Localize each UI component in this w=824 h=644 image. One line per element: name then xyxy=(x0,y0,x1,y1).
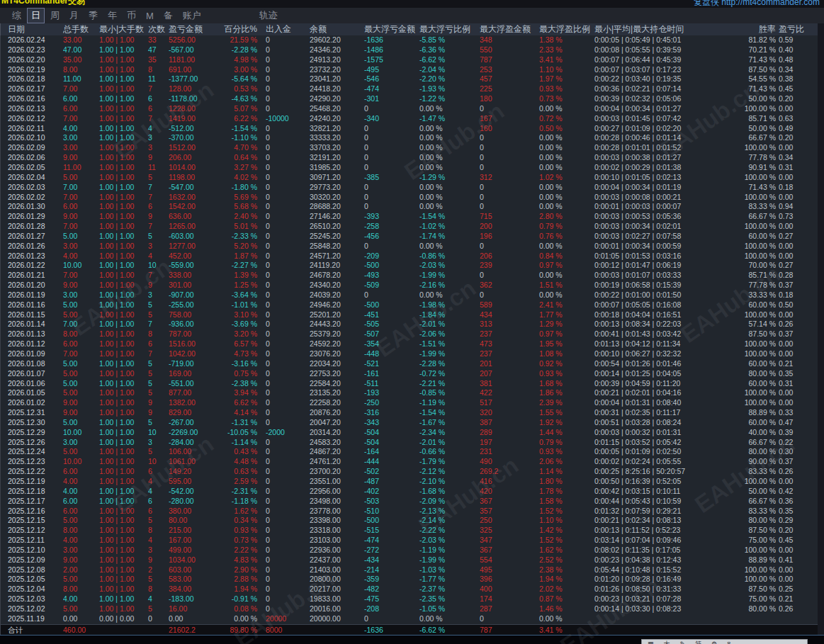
table-row[interactable]: 2026.02.103.001.00 | 1.003-370.00-1.10 %… xyxy=(1,133,818,143)
column-header-max-float-profit-pct[interactable]: 最大浮盈比例 xyxy=(535,23,592,35)
scrollbar[interactable] xyxy=(818,23,824,635)
site-link[interactable]: 复盘侠 http://mt4commander.com xyxy=(694,0,820,8)
column-header-cash-flow[interactable]: 出入金 xyxy=(264,23,305,35)
column-header-balance[interactable]: 余额 xyxy=(305,23,361,35)
table-row[interactable]: 2025.12.176.001.00 | 1.006-280.00-1.18 %… xyxy=(1,497,818,507)
table-row[interactable]: 2026.01.138.001.00 | 1.008787.003.20 %02… xyxy=(1,329,818,339)
menu-item-9[interactable]: 备 xyxy=(160,9,176,23)
cell-cash-flow: 0 xyxy=(264,507,305,516)
table-row[interactable]: 2026.01.126.001.00 | 1.0061516.006.57 %0… xyxy=(1,339,818,349)
table-row[interactable]: 2026.02.093.001.00 | 1.0031512.004.70 %0… xyxy=(1,143,818,153)
table-row[interactable]: 2026.02.166.001.00 | 1.006-1178.00-4.63 … xyxy=(1,94,818,104)
column-header-pnl-pct[interactable]: 百分比% xyxy=(220,23,264,35)
table-row[interactable]: 2026.02.2347.001.00 | 1.0047-567.00-2.28… xyxy=(1,45,818,55)
table-row[interactable]: 2025.12.048.001.00 | 1.008384.001.94 %02… xyxy=(1,584,818,594)
column-header-max-float-loss-pct[interactable]: 最大浮亏比例 xyxy=(417,23,477,35)
column-header-max-float-profit[interactable]: 最大浮盈金额 xyxy=(477,23,535,35)
table-row[interactable]: 2026.02.127.001.00 | 1.0071419.006.22 %-… xyxy=(1,114,818,124)
table-row[interactable]: 2025.12.184.001.00 | 1.004-542.00-2.31 %… xyxy=(1,487,818,497)
column-header-pnl[interactable]: 盈亏金额 xyxy=(167,23,220,35)
table-row[interactable]: 2026.01.217.001.00 | 1.007338.001.39 %02… xyxy=(1,271,818,281)
table-row[interactable]: 2026.01.209.001.00 | 1.009301.001.25 %02… xyxy=(1,281,818,290)
cell-count: 10 xyxy=(145,261,167,271)
table-row[interactable]: 2026.02.045.001.00 | 1.0051198.004.02 %0… xyxy=(1,173,818,183)
table-row[interactable]: 2026.01.029.001.00 | 1.0091382.006.62 %0… xyxy=(1,398,818,408)
menu-item-11[interactable]: 轨迹 xyxy=(256,9,281,23)
table-row[interactable]: 2025.12.025.001.00 | 1.00516.000.08 %020… xyxy=(1,604,818,614)
draw-icon[interactable]: ✎ xyxy=(680,640,686,644)
menu-item-8[interactable]: M xyxy=(142,10,157,22)
table-row[interactable]: 2026.01.287.001.00 | 1.0071265.005.01 %0… xyxy=(1,222,818,232)
table-row[interactable]: 2025.12.128.001.00 | 1.008215.000.93 %02… xyxy=(1,526,818,536)
menu-item-7[interactable]: 币 xyxy=(123,9,140,23)
table-row[interactable]: 2026.01.065.001.00 | 1.005-551.00-2.38 %… xyxy=(1,379,818,389)
table-row[interactable]: 2026.01.234.001.00 | 1.004452.001.87 %02… xyxy=(1,252,818,261)
menu-item-3[interactable]: 周 xyxy=(47,9,63,23)
table-row[interactable]: 2026.01.097.001.00 | 1.0071042.004.73 %0… xyxy=(1,349,818,359)
table-row[interactable]: 2025.12.114.001.00 | 1.004167.000.73 %02… xyxy=(1,536,818,546)
table-row[interactable]: 2026.02.037.001.00 | 1.007-547.00-1.80 %… xyxy=(1,183,818,193)
table-row[interactable]: 2026.01.055.001.00 | 1.005877.003.94 %02… xyxy=(1,388,818,398)
table-row[interactable]: 2026.01.085.001.00 | 1.005-719.00-3.16 %… xyxy=(1,359,818,369)
table-row[interactable]: 2026.01.165.001.00 | 1.005-255.00-1.01 %… xyxy=(1,300,818,310)
table-row[interactable]: 2025.12.263.001.00 | 1.003-284.00-1.14 %… xyxy=(1,438,818,448)
table-row[interactable]: 2025.12.166.001.00 | 1.006380.001.62 %02… xyxy=(1,507,818,516)
zoom-text-icon[interactable]: 大 xyxy=(664,640,670,644)
column-header-win-rate[interactable]: 胜率 xyxy=(736,23,776,35)
menu-item-1[interactable]: 综 xyxy=(9,9,25,23)
table-row[interactable]: 2026.02.0511.001.00 | 1.00111014.003.27 … xyxy=(1,163,818,173)
table-row[interactable]: 2025.11.190.000.00 | 0.0000.000.00 %2000… xyxy=(1,614,818,624)
table-row[interactable]: 2026.01.2210.001.00 | 1.0010-559.00-2.27… xyxy=(1,261,818,271)
menu-item-2[interactable]: 日 xyxy=(28,9,44,23)
settings-icon[interactable]: ⚙ xyxy=(711,640,717,644)
table-row[interactable]: 2025.12.2310.001.00 | 1.00101061.004.48 … xyxy=(1,457,818,467)
table-row[interactable]: 2026.01.299.001.00 | 1.009636.002.40 %02… xyxy=(1,212,818,222)
table-row[interactable]: 2026.02.177.001.00 | 1.007128.000.53 %02… xyxy=(1,84,818,94)
table-row[interactable]: 2026.02.198.001.00 | 1.008691.003.00 %02… xyxy=(1,65,818,75)
cell-pnl-pct: 0.43 % xyxy=(220,447,264,457)
table-row[interactable]: 2026.01.275.001.00 | 1.005-603.00-2.33 %… xyxy=(1,232,818,242)
table-row[interactable]: 2026.02.136.001.00 | 1.0061228.005.07 %0… xyxy=(1,104,818,114)
table-row[interactable]: 2025.12.055.001.00 | 1.005583.002.88 %02… xyxy=(1,575,818,584)
table-row[interactable]: 2026.02.2035.001.00 | 1.00351181.004.98 … xyxy=(1,55,818,65)
table-row[interactable]: 2026.01.147.001.00 | 1.007-936.00-3.69 %… xyxy=(1,320,818,329)
cell-pnl: 0.00 xyxy=(167,614,220,624)
table-row[interactable]: 2026.02.2433.001.00 | 1.00335256.0021.59… xyxy=(1,35,818,45)
table-row[interactable]: 2026.01.155.001.00 | 1.005758.003.10 %02… xyxy=(1,310,818,320)
table-row[interactable]: 2025.12.082.001.00 | 1.002603.002.90 %02… xyxy=(1,565,818,575)
column-header-min-max-lots[interactable]: 最小|大手数 xyxy=(98,23,145,35)
symbol-icon[interactable]: 符 xyxy=(695,640,701,644)
account-icon[interactable]: 8 xyxy=(727,640,730,644)
chart-grid-icon[interactable]: ▦ xyxy=(648,640,654,644)
column-header-max-float-loss[interactable]: 最大浮亏金额 xyxy=(361,23,417,35)
cell-min-max-lots: 1.00 | 1.00 xyxy=(98,447,145,457)
column-header-count[interactable]: 次数 xyxy=(145,23,167,35)
menu-item-10[interactable]: 账户 xyxy=(179,9,205,23)
table-row[interactable]: 2025.12.194.001.00 | 1.004595.002.59 %02… xyxy=(1,477,818,487)
table-row[interactable]: 2026.01.263.001.00 | 1.0031277.005.20 %0… xyxy=(1,242,818,252)
table-row[interactable]: 2026.02.069.001.00 | 1.009206.000.64 %03… xyxy=(1,153,818,163)
table-row[interactable]: 2025.12.226.001.00 | 1.006149.200.63 %02… xyxy=(1,467,818,477)
table-row[interactable]: 2025.12.099.001.00 | 1.0091034.004.83 %0… xyxy=(1,555,818,565)
column-header-date[interactable]: 日期 xyxy=(8,23,63,35)
table-row[interactable]: 2026.02.027.001.00 | 1.0071632.005.69 %0… xyxy=(1,193,818,203)
menu-item-5[interactable]: 季 xyxy=(85,9,101,23)
table-row[interactable]: 2026.01.306.001.00 | 1.0061542.005.68 %0… xyxy=(1,202,818,212)
table-row[interactable]: 2025.12.305.001.00 | 1.005-267.00-1.31 %… xyxy=(1,418,818,428)
table-row[interactable]: 2026.02.114.001.00 | 1.004-512.00-1.54 %… xyxy=(1,124,818,134)
table-row[interactable]: 2026.01.193.001.00 | 1.003-907.00-3.64 %… xyxy=(1,290,818,300)
table-row[interactable]: 2025.12.319.001.00 | 1.009829.004.14 %02… xyxy=(1,408,818,418)
table-row[interactable]: 2025.12.2910.001.00 | 1.0010-2269.00-10.… xyxy=(1,428,818,438)
table-row[interactable]: 2026.01.075.001.00 | 1.005169.000.75 %02… xyxy=(1,369,818,379)
table-row[interactable]: 2025.12.245.001.00 | 1.005106.000.43 %02… xyxy=(1,447,818,457)
column-header-hold-time[interactable]: 最小|平均|最大持仓时间 xyxy=(592,23,736,35)
menu-item-4[interactable]: 月 xyxy=(66,9,82,23)
column-header-total-lots[interactable]: 总手数 xyxy=(63,23,98,35)
cell-pnl-pct: -1.31 % xyxy=(220,418,264,428)
column-header-pl-ratio[interactable]: 盈亏比 xyxy=(776,23,818,35)
table-row[interactable]: 2025.12.103.001.00 | 1.003499.002.22 %02… xyxy=(1,546,818,555)
table-row[interactable]: 2025.12.034.001.00 | 1.004-183.00-0.91 %… xyxy=(1,594,818,604)
menu-item-6[interactable]: 年 xyxy=(104,9,120,23)
table-row[interactable]: 2025.12.155.001.00 | 1.00580.000.34 %023… xyxy=(1,516,818,526)
table-row[interactable]: 2026.02.1811.001.00 | 1.0011-1377.00-5.6… xyxy=(1,74,818,84)
